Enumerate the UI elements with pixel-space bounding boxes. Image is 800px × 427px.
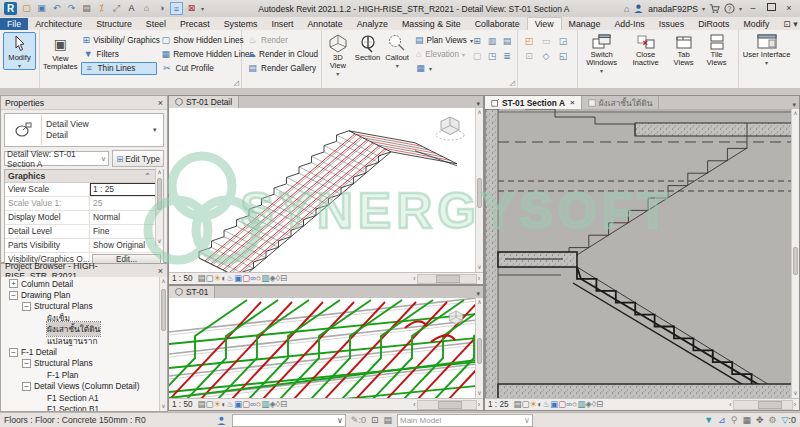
properties-scrollbar[interactable]: ∧ ∨ (155, 168, 163, 246)
plan-views-button[interactable]: ▤Plan Views▾ (413, 34, 467, 47)
3d-view-caret-icon[interactable]: ▾ (336, 70, 339, 77)
ribbon-tab-manage[interactable]: Manage (562, 18, 608, 30)
crop-view-icon[interactable]: ▣ (234, 399, 242, 409)
rendering-dialog-icon[interactable]: ♨ (542, 399, 550, 409)
close-inactive-button[interactable]: × Close Inactive (626, 32, 666, 67)
tree-item[interactable]: −Structural Plans (1, 358, 159, 369)
switch-windows-button[interactable]: Switch Windows ▾ (581, 32, 623, 74)
signed-in-user[interactable]: anadaF92PS (648, 4, 698, 14)
revisions-icon[interactable]: ◲ (555, 35, 571, 49)
ribbon-tab-view[interactable]: View (527, 17, 562, 30)
view-control-icons[interactable]: ▤▢☀◐♨▣▢∞○▥◈◊⊟ (198, 399, 288, 410)
ribbon-tab-collaborate[interactable]: Collaborate (468, 18, 527, 30)
user-icon[interactable] (633, 3, 644, 14)
modify-panel-toggle-icon[interactable]: ⊡ ▾ (776, 18, 800, 30)
property-row[interactable]: Scale Value 1:25 (5, 197, 163, 211)
aligned-dimension-icon[interactable]: ⤢ (110, 2, 123, 15)
reveal-constraints-icon[interactable]: ⊟ (280, 273, 287, 283)
thin-lines-button[interactable]: ≡Thin Lines (81, 62, 157, 75)
tree-item[interactable]: F-1 Plan (1, 369, 159, 380)
tree-expander-icon[interactable]: − (22, 302, 31, 311)
crop-region-visibility-icon[interactable]: ▢ (558, 399, 566, 409)
section-a-vscrollbar[interactable]: ∧ ∨ (791, 109, 799, 398)
design-options-combo[interactable]: Main Model∨ (397, 414, 533, 427)
select-pinned-icon[interactable]: ⚲ (731, 415, 738, 425)
tile-views-button[interactable]: Tile Views (702, 32, 732, 67)
ribbon-tab-analyze[interactable]: Analyze (350, 18, 395, 30)
section-a-hscrollbar[interactable]: ‹› (729, 400, 796, 410)
tab-close-icon[interactable]: × (570, 98, 575, 107)
st01-detail-vscrollbar[interactable]: ∧ ∨ (475, 108, 483, 272)
view-list-icon[interactable]: ≣ (500, 50, 514, 64)
tree-item[interactable]: +Column Detail (1, 278, 159, 289)
new-sheet-icon[interactable]: ◰ (521, 35, 537, 49)
crop-region-visibility-icon[interactable]: ▢ (242, 399, 250, 409)
section-button[interactable]: Section (354, 32, 382, 62)
crop-view-icon[interactable]: ▣ (550, 399, 558, 409)
st01-vscrollbar[interactable]: ∧ ∨ (475, 298, 483, 398)
st01-hscrollbar[interactable]: ‹› (413, 400, 480, 410)
user-menu-caret-icon[interactable]: ▾ (702, 5, 705, 12)
detail-level-icon[interactable]: ▤ (198, 273, 206, 283)
tree-item[interactable]: F1 Section A1 (1, 392, 159, 403)
user-interface-caret-icon[interactable]: ▾ (765, 59, 768, 66)
minimize-button[interactable]: – (746, 3, 760, 15)
redo-icon[interactable]: ↷ (65, 2, 78, 15)
tab-list-caret-icon[interactable]: ▾ (476, 290, 483, 298)
view-reference-icon[interactable]: ◱ (555, 50, 571, 64)
thin-lines-icon[interactable]: ≡ (170, 2, 183, 15)
ribbon-tab-structure[interactable]: Structure (89, 18, 139, 30)
rendering-dialog-icon[interactable]: ♨ (226, 399, 234, 409)
render-in-cloud-button[interactable]: ☁Render in Cloud (245, 48, 319, 61)
section-icon[interactable]: ◑ (155, 2, 168, 15)
search-icon[interactable]: ⌂ (624, 4, 629, 14)
reveal-constraints-icon[interactable]: ⊟ (596, 399, 603, 409)
tab-basement-column-plan[interactable]: ผังเสาชั้นใต้ดิน (582, 96, 660, 109)
matchline-icon[interactable]: ◇ (538, 50, 554, 64)
edit-type-button[interactable]: ⊞Edit Type (112, 150, 164, 167)
tab-list-caret-icon[interactable]: ▾ (792, 101, 799, 109)
ribbon-tab-systems[interactable]: Systems (217, 18, 265, 30)
viewcube[interactable] (443, 308, 469, 332)
tree-expander-icon[interactable]: − (9, 348, 18, 357)
scale-button[interactable]: 1 : 50 (172, 400, 193, 409)
ribbon-tab-annotate[interactable]: Annotate (300, 18, 349, 30)
revit-logo-icon[interactable]: R (4, 2, 17, 15)
ribbon-tab-massing-site[interactable]: Massing & Site (395, 18, 468, 30)
tab-views-button[interactable]: Tab Views (669, 32, 699, 67)
remove-hidden-lines-button[interactable]: ▦Remove Hidden Lines (160, 48, 246, 61)
modify-button[interactable]: Modify ▾ (3, 32, 36, 70)
show-hidden-lines-button[interactable]: ▢Show Hidden Lines (160, 34, 246, 47)
legends-icon[interactable]: ▥ (485, 35, 499, 49)
app-store-cart-icon[interactable] (709, 3, 720, 14)
schedules-icon[interactable]: ▤ (500, 35, 514, 49)
text-icon[interactable]: A (125, 2, 138, 15)
view-selector-combo[interactable]: Detail View: ST-01 Section A∨ (4, 151, 109, 166)
ribbon-tab-architecture[interactable]: Architecture (28, 18, 89, 30)
user-interface-button[interactable]: User Interface ▾ (742, 32, 792, 66)
type-selector-caret-icon[interactable]: ▾ (153, 126, 163, 134)
tree-expander-icon[interactable]: − (22, 382, 31, 391)
drag-on-selection-icon[interactable]: ✥ (756, 415, 764, 425)
tree-item[interactable]: −F-1 Detail (1, 346, 159, 357)
property-row[interactable]: Display ModelNormal (5, 211, 163, 225)
open-file-icon[interactable]: ▢ (20, 2, 33, 15)
visual-style-icon[interactable]: ▢ (522, 399, 530, 409)
background-processes-icon[interactable]: ⚙ (768, 415, 776, 425)
drafting-view-button[interactable]: ▦▾ (413, 62, 467, 75)
ribbon-tab-diroots[interactable]: DiRoots (691, 18, 736, 30)
section-a-canvas[interactable] (485, 109, 791, 398)
modify-caret-icon[interactable]: ▾ (18, 62, 21, 69)
tree-item[interactable]: −Drawing Plan (1, 289, 159, 300)
worksets-icon[interactable] (216, 415, 227, 426)
worksets-combo[interactable]: ∨ (232, 414, 346, 427)
tab-st01-detail[interactable]: ST-01 Detail (169, 96, 239, 108)
callout-caret-icon[interactable]: ▾ (396, 62, 399, 69)
help-icon[interactable]: ? (724, 3, 735, 14)
filters-button[interactable]: ▼Filters (81, 48, 157, 61)
default-3d-view-icon[interactable]: ⌂ (140, 2, 153, 15)
visual-style-icon[interactable]: ▢ (206, 399, 214, 409)
ribbon-tab-add-ins[interactable]: Add-Ins (607, 18, 651, 30)
callout-button[interactable]: Callout ▾ (384, 32, 410, 69)
tab-st01[interactable]: ST-01 (169, 286, 215, 298)
